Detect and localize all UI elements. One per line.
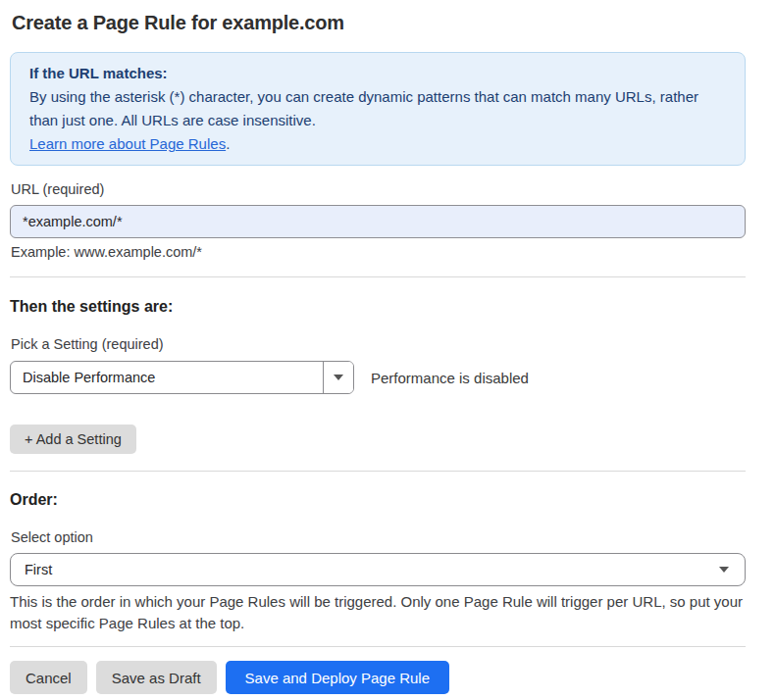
divider xyxy=(10,471,746,472)
save-as-draft-button[interactable]: Save as Draft xyxy=(96,661,217,694)
save-and-deploy-button[interactable]: Save and Deploy Page Rule xyxy=(226,661,449,694)
add-setting-button[interactable]: + Add a Setting xyxy=(10,425,136,454)
order-section-heading: Order: xyxy=(10,490,746,509)
learn-more-link[interactable]: Learn more about Page Rules xyxy=(29,135,226,152)
url-example-text: Example: www.example.com/* xyxy=(11,244,746,261)
info-box-link-line: Learn more about Page Rules. xyxy=(29,132,726,156)
chevron-down-icon xyxy=(334,375,343,380)
divider xyxy=(10,646,746,647)
pick-setting-label: Pick a Setting (required) xyxy=(11,336,746,353)
divider xyxy=(10,276,746,277)
order-select-caret xyxy=(711,554,745,585)
cancel-button[interactable]: Cancel xyxy=(10,661,87,694)
url-label: URL (required) xyxy=(11,181,746,198)
info-box-body: By using the asterisk (*) character, you… xyxy=(29,85,726,132)
link-suffix: . xyxy=(226,135,230,152)
order-help-text: This is the order in which your Page Rul… xyxy=(10,591,746,634)
setting-select-value: Disable Performance xyxy=(11,362,323,393)
setting-select[interactable]: Disable Performance xyxy=(10,361,354,394)
url-matches-info-box: If the URL matches: By using the asteris… xyxy=(10,52,746,166)
page-title: Create a Page Rule for example.com xyxy=(12,12,746,34)
order-select-label: Select option xyxy=(11,529,746,546)
setting-row: Disable Performance Performance is disab… xyxy=(10,361,746,394)
footer-actions: Cancel Save as Draft Save and Deploy Pag… xyxy=(10,661,746,694)
settings-section-heading: Then the settings are: xyxy=(10,297,746,316)
order-select[interactable]: First xyxy=(10,553,746,586)
chevron-down-icon xyxy=(719,567,729,573)
order-select-value: First xyxy=(11,554,711,585)
url-input[interactable] xyxy=(10,205,746,238)
setting-status-text: Performance is disabled xyxy=(371,370,529,386)
info-box-heading: If the URL matches: xyxy=(29,62,726,85)
setting-select-caret-button[interactable] xyxy=(323,362,353,393)
